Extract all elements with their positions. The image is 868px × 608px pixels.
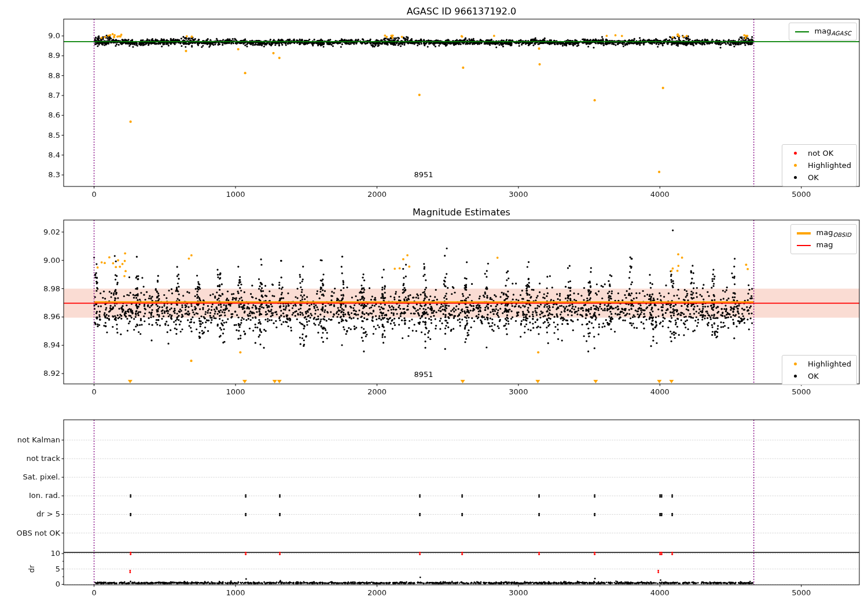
legend-mag-lines: magOBSID mag xyxy=(790,224,857,254)
x-tick-label: 2000 xyxy=(359,387,394,396)
legend-row-mag: mag xyxy=(796,239,851,251)
y-tick-label: 9.00 xyxy=(8,256,60,265)
mag-obsid-line-swatch xyxy=(796,232,811,235)
not-ok-dot-swatch xyxy=(788,152,803,155)
y-tick-label: 8.5 xyxy=(8,131,60,140)
mag-line-swatch xyxy=(796,245,811,246)
x-tick-label: 0 xyxy=(77,387,112,396)
legend-mag-agasc: magAGASC xyxy=(789,23,857,41)
x-tick-label: 2000 xyxy=(359,190,394,199)
legend-label-ok-2: OK xyxy=(808,372,819,380)
flag-tick-label: not Kalman xyxy=(8,435,60,444)
mag-agasc-line-swatch xyxy=(795,31,810,32)
legend-label-not-ok: not OK xyxy=(808,149,833,158)
x-tick-label: 4000 xyxy=(642,588,677,597)
highlighted-dot-swatch xyxy=(788,164,803,167)
x-tick-label: 1000 xyxy=(218,190,253,199)
y-tick-label: 8.98 xyxy=(8,284,60,293)
y-tick-label: 8.7 xyxy=(8,91,60,100)
legend-row-highlighted: Highlighted xyxy=(788,159,851,171)
x-tick-label: 1000 xyxy=(218,588,253,597)
highlighted-dot-swatch-2 xyxy=(788,362,803,365)
x-tick-label: 2000 xyxy=(359,588,394,597)
figure: AGASC ID 966137192.0 Magnitude Estimates… xyxy=(0,0,868,608)
x-tick-label: 5000 xyxy=(784,190,819,199)
legend-row-mag-obsid: magOBSID xyxy=(796,227,851,239)
x-tick-label: 4000 xyxy=(642,190,677,199)
legend-row-not-ok: not OK xyxy=(788,147,851,159)
y-tick-label: 8.8 xyxy=(8,71,60,80)
panel2-obsid-label: 8951 xyxy=(406,370,441,379)
x-tick-label: 3000 xyxy=(501,387,536,396)
panel1-obsid-label: 8951 xyxy=(406,170,441,179)
x-tick-label: 5000 xyxy=(784,387,819,396)
legend-label-mag-agasc: magAGASC xyxy=(815,27,851,36)
y-tick-label: 8.6 xyxy=(8,111,60,119)
flag-tick-label: Sat. pixel. xyxy=(8,473,60,481)
legend-label-highlighted-2: Highlighted xyxy=(808,360,851,368)
legend-row-highlighted-2: Highlighted xyxy=(788,358,851,370)
x-tick-label: 1000 xyxy=(218,387,253,396)
x-tick-label: 5000 xyxy=(784,588,819,597)
panel1-title: AGASC ID 966137192.0 xyxy=(64,6,859,17)
legend-row-mag-agasc: magAGASC xyxy=(795,25,851,38)
x-tick-label: 4000 xyxy=(642,387,677,396)
legend-point-types-top: not OK Highlighted OK xyxy=(782,144,857,186)
panel2-title: Magnitude Estimates xyxy=(64,207,859,218)
legend-label-ok: OK xyxy=(808,173,819,182)
flag-tick-label: dr > 5 xyxy=(8,510,60,518)
flag-tick-label: OBS not OK xyxy=(8,529,60,537)
legend-point-types-middle: Highlighted OK xyxy=(782,355,857,385)
flag-tick-label: not track xyxy=(8,454,60,463)
y-tick-label: 9.02 xyxy=(8,228,60,236)
y-tick-label: 8.3 xyxy=(8,170,60,179)
x-tick-label: 0 xyxy=(77,588,112,597)
y-tick-label: 8.4 xyxy=(8,151,60,159)
dr-tick-label: 5 xyxy=(8,565,60,573)
x-tick-label: 3000 xyxy=(501,588,536,597)
dr-tick-label: 10 xyxy=(8,549,60,558)
legend-label-mag-obsid: magOBSID xyxy=(816,228,851,238)
legend-row-ok-2: OK xyxy=(788,370,851,382)
y-tick-label: 8.92 xyxy=(8,369,60,378)
ok-dot-swatch xyxy=(788,176,803,179)
y-tick-label: 8.94 xyxy=(8,340,60,349)
legend-label-mag: mag xyxy=(816,240,833,250)
legend-label-highlighted: Highlighted xyxy=(808,161,851,170)
legend-row-ok: OK xyxy=(788,171,851,184)
y-tick-label: 8.96 xyxy=(8,312,60,321)
x-tick-label: 3000 xyxy=(501,190,536,199)
chart-canvas xyxy=(0,0,868,608)
x-tick-label: 0 xyxy=(77,190,112,199)
y-tick-label: 9.0 xyxy=(8,31,60,40)
ok-dot-swatch-2 xyxy=(788,375,803,378)
flag-tick-label: Ion. rad. xyxy=(8,491,60,500)
dr-tick-label: 0 xyxy=(8,580,60,588)
y-tick-label: 8.9 xyxy=(8,51,60,60)
